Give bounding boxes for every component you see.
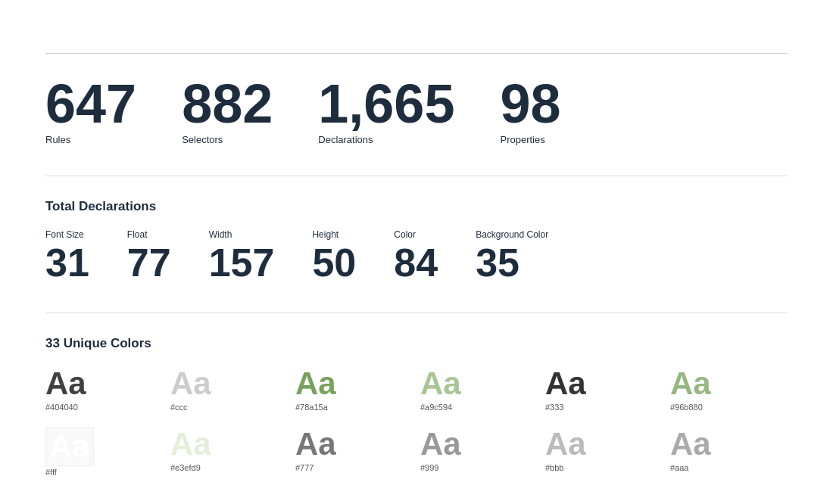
declarations-title: Total Declarations [45, 199, 788, 214]
color-item: Aa #bbb [545, 427, 663, 477]
color-hex: #e3efd9 [170, 463, 201, 472]
top-nav [45, 15, 788, 30]
declarations-section: Total Declarations Font Size 31 Float 77… [45, 199, 788, 282]
color-hex: #999 [420, 463, 438, 472]
stat-item: 98 Properties [500, 76, 560, 145]
color-item: Aa #999 [420, 427, 538, 477]
stats-row: 647 Rules 882 Selectors 1,665 Declaratio… [45, 76, 788, 145]
color-sample: Aa [545, 427, 586, 462]
stat-label: Selectors [182, 134, 273, 145]
color-hex: #bbb [545, 463, 563, 472]
decl-label: Height [312, 229, 356, 240]
color-item: Aa #fff [45, 427, 163, 477]
color-sample: Aa [545, 366, 586, 401]
color-item: Aa #78a15a [295, 366, 413, 412]
decl-number: 157 [209, 243, 275, 282]
color-sample: Aa [420, 366, 461, 401]
color-item: Aa #404040 [45, 366, 163, 412]
decl-number: 77 [127, 243, 171, 282]
decl-item: Font Size 31 [45, 229, 89, 282]
color-hex: #96b880 [670, 403, 703, 412]
decl-item: Width 157 [209, 229, 275, 282]
color-hex: #333 [545, 403, 563, 412]
color-item: Aa #ccc [170, 366, 288, 412]
divider-1 [45, 176, 788, 176]
color-item: Aa #777 [295, 427, 413, 477]
stat-number: 98 [500, 76, 560, 131]
color-sample: Aa [670, 366, 711, 401]
decl-item: Background Color 35 [476, 229, 548, 282]
decl-number: 50 [312, 243, 356, 282]
color-hex: #a9c594 [420, 403, 452, 412]
color-sample: Aa [170, 366, 211, 401]
color-item: Aa #e3efd9 [170, 427, 288, 477]
declarations-row: Font Size 31 Float 77 Width 157 Height 5… [45, 229, 788, 282]
divider-2 [45, 313, 788, 313]
color-sample: Aa [170, 427, 211, 462]
decl-label: Background Color [476, 229, 548, 240]
decl-item: Float 77 [127, 229, 171, 282]
color-sample: Aa [295, 427, 336, 462]
title-section [45, 30, 788, 54]
decl-number: 84 [394, 243, 438, 282]
color-sample: Aa [45, 427, 94, 466]
color-sample: Aa [295, 366, 336, 401]
stat-item: 882 Selectors [182, 76, 273, 145]
colors-grid: Aa #404040 Aa #ccc Aa #78a15a Aa #a9c594… [45, 366, 788, 477]
colors-section: 33 Unique Colors Aa #404040 Aa #ccc Aa #… [45, 336, 788, 477]
stat-label: Declarations [318, 134, 454, 145]
color-hex: #78a15a [295, 403, 328, 412]
decl-number: 31 [45, 243, 89, 282]
color-item: Aa #96b880 [670, 366, 788, 412]
decl-label: Font Size [45, 229, 89, 240]
color-hex: #ccc [170, 403, 188, 412]
color-item: Aa #aaa [670, 427, 788, 477]
color-sample: Aa [670, 427, 711, 462]
stat-label: Rules [45, 134, 136, 145]
decl-item: Color 84 [394, 229, 438, 282]
stat-label: Properties [500, 134, 560, 145]
decl-label: Float [127, 229, 171, 240]
decl-label: Color [394, 229, 438, 240]
color-sample: Aa [420, 427, 461, 462]
colors-title: 33 Unique Colors [45, 336, 788, 351]
color-hex: #aaa [670, 463, 688, 472]
decl-item: Height 50 [312, 229, 356, 282]
color-item: Aa #333 [545, 366, 663, 412]
color-hex: #777 [295, 463, 314, 472]
stat-number: 1,665 [318, 76, 454, 131]
stat-number: 647 [45, 76, 136, 131]
decl-label: Width [209, 229, 275, 240]
stat-number: 882 [182, 76, 273, 131]
color-sample: Aa [45, 366, 86, 401]
color-hex: #404040 [45, 403, 78, 412]
color-hex: #fff [45, 468, 57, 477]
color-item: Aa #a9c594 [420, 366, 538, 412]
stat-item: 647 Rules [45, 76, 136, 145]
decl-number: 35 [476, 243, 548, 282]
stat-item: 1,665 Declarations [318, 76, 454, 145]
